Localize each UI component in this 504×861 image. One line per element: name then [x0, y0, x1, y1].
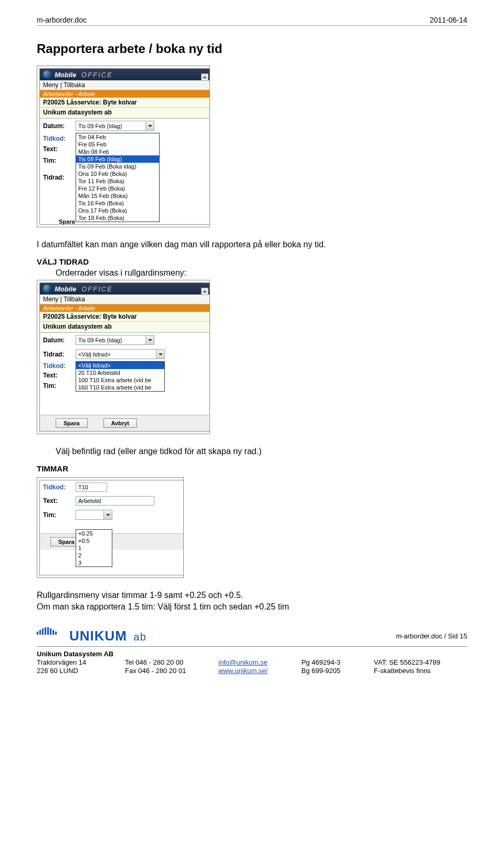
- chevron-down-icon: [103, 510, 112, 519]
- doc-date: 2011-06-14: [429, 16, 467, 24]
- scroll-up-icon: [201, 288, 208, 295]
- footer-fax: Fax 046 - 280 20 01: [125, 667, 214, 675]
- dd-item[interactable]: <Välj tidrad>: [76, 362, 164, 369]
- timmar-heading: TIMMAR: [37, 464, 467, 473]
- dd-item[interactable]: 2: [76, 552, 112, 559]
- footer-pg: Pg 469294-3: [301, 658, 370, 666]
- dd-item[interactable]: Ons 17 Feb (Boka): [76, 207, 159, 214]
- chevron-down-icon: [156, 350, 164, 359]
- job-title: P20025 Låsservice: Byte kolvar: [40, 312, 209, 322]
- text-label: Text:: [43, 145, 58, 153]
- dd-item[interactable]: Mån 08 Feb: [76, 148, 159, 155]
- dd-item[interactable]: Tor 04 Feb: [76, 133, 159, 141]
- screenshot-datum: Mobile OFFICE Meny | Tillbaka Arbetsorde…: [37, 66, 210, 227]
- datum-select[interactable]: Tis 09 Feb (Idag): [76, 335, 154, 345]
- tim-label: Tim:: [43, 157, 56, 164]
- page-ref: m-arborder.doc / Sid 15: [396, 632, 467, 640]
- dd-item[interactable]: 20 T10 Arbetstid: [76, 369, 164, 376]
- dd-item[interactable]: Tis 16 Feb (Boka): [76, 200, 159, 207]
- after-tidrad-text: Välj befintlig rad (eller ange tidkod fö…: [56, 447, 467, 456]
- tidrad-label: Tidrad:: [43, 351, 72, 358]
- nav-links[interactable]: Meny | Tillbaka: [40, 80, 209, 90]
- tidrad-dropdown[interactable]: <Välj tidrad> 20 T10 Arbetstid 100 T10 E…: [76, 361, 165, 392]
- dd-item[interactable]: +0.5: [76, 537, 112, 544]
- valj-tidrad-heading: VÄLJ TIDRAD: [37, 257, 467, 266]
- dd-item[interactable]: Fre 12 Feb (Boka): [76, 185, 159, 192]
- tim-dropdown[interactable]: +0.25 +0.5 1 2 3: [76, 529, 112, 567]
- footer-tel: Tel 046 - 280 20 00: [125, 658, 214, 666]
- footer-addr1: Traktorvägen 14: [37, 658, 121, 666]
- dd-item[interactable]: 100 T10 Extra arbete (vid be: [76, 376, 164, 384]
- dd-item[interactable]: Tis 09 Feb (Idag): [76, 155, 159, 163]
- datum-dropdown[interactable]: Tor 04 Feb Fre 05 Feb Mån 08 Feb Tis 09 …: [76, 133, 160, 222]
- breadcrumb: Arbetsorder - Arbete: [40, 90, 209, 98]
- avbryt-button[interactable]: Avbryt: [103, 418, 137, 428]
- scroll-up-icon: [201, 74, 208, 81]
- datum-label: Datum:: [43, 337, 72, 344]
- valj-tidrad-text: Orderrader visas i rullgardinsmeny:: [56, 268, 467, 278]
- footer-company: Unikum Datasystem AB: [37, 650, 463, 658]
- dd-item[interactable]: 3: [76, 559, 112, 566]
- globe-icon: [43, 285, 51, 293]
- chevron-down-icon: [145, 335, 154, 344]
- job-title: P20025 Låsservice: Byte kolvar: [40, 98, 209, 108]
- chevron-down-icon: [145, 121, 154, 130]
- dd-item[interactable]: Ons 10 Feb (Boka): [76, 170, 159, 177]
- text-label: Text:: [43, 372, 58, 379]
- dd-item[interactable]: Mån 15 Feb (Boka): [76, 192, 159, 200]
- datum-label: Datum:: [43, 122, 72, 130]
- timmar-text1: Rullgardinsmeny visar timmar 1-9 samt +0…: [37, 591, 467, 600]
- dd-item[interactable]: Tor 11 Feb (Boka): [76, 177, 159, 185]
- dd-item[interactable]: 160 T10 Extra arbete (vid be: [76, 384, 164, 391]
- footer-url[interactable]: www.unikum.se/: [218, 667, 268, 675]
- spara-partial: Spara: [59, 218, 75, 225]
- unikum-logo-text: UNIKUM ab: [69, 628, 146, 644]
- nav-links[interactable]: Meny | Tillbaka: [40, 295, 209, 304]
- footer-fskatt: F-skattebevis finns: [374, 667, 463, 675]
- tidkod-label: Tidkod:: [43, 484, 72, 491]
- tidkod-input[interactable]: T10: [76, 482, 107, 492]
- screenshot-timmar: Tidkod: T10 Text: Arbetstid Tim: +0.25: [37, 477, 184, 578]
- company-name: Unikum datasystem ab: [40, 322, 209, 333]
- mobile-office-header: Mobile OFFICE: [40, 283, 209, 295]
- footer-addr2: 226 60 LUND: [37, 667, 121, 675]
- tim-label: Tim:: [43, 382, 56, 390]
- tidkod-label: Tidkod:: [43, 135, 66, 142]
- screenshot-tidrad: Mobile OFFICE Meny | Tillbaka Arbetsorde…: [37, 280, 210, 434]
- text-input[interactable]: Arbetstid: [76, 496, 154, 506]
- dd-item[interactable]: +0.25: [76, 530, 112, 537]
- footer-bg: Bg 699-9205: [301, 667, 370, 675]
- tidkod-label: Tidkod:: [43, 362, 66, 370]
- tidrad-select[interactable]: <Välj tidrad>: [76, 349, 165, 359]
- unikum-logo-icon: [37, 627, 64, 644]
- footer-vat: VAT: SE 556223-4789: [374, 658, 463, 666]
- mobile-office-header: Mobile OFFICE: [40, 69, 209, 80]
- dd-item[interactable]: Tis 09 Feb (Boka idag): [76, 163, 159, 170]
- company-name: Unikum datasystem ab: [40, 108, 209, 119]
- tim-label: Tim:: [43, 511, 72, 519]
- spara-button[interactable]: Spara: [56, 418, 88, 428]
- globe-icon: [43, 70, 51, 79]
- tim-select[interactable]: [76, 510, 112, 520]
- doc-name: m-arborder.doc: [37, 16, 87, 24]
- text-label: Text:: [43, 497, 72, 505]
- footer-email[interactable]: info@unikum.se: [218, 658, 267, 666]
- breadcrumb: Arbetsorder - Arbete: [40, 304, 209, 312]
- dd-item[interactable]: Tor 18 Feb (Boka): [76, 214, 159, 222]
- page-title: Rapportera arbete / boka ny tid: [37, 41, 467, 56]
- intro-text: I datumfältet kan man ange vilken dag ma…: [37, 240, 467, 249]
- tidrad-label: Tidrad:: [43, 174, 72, 181]
- timmar-text2: Om man ska rapportera 1.5 tim: Välj förs…: [37, 602, 467, 612]
- dd-item[interactable]: Fre 05 Feb: [76, 141, 159, 148]
- dd-item[interactable]: 1: [76, 544, 112, 552]
- datum-select[interactable]: Tis 09 Feb (Idag): [76, 121, 154, 131]
